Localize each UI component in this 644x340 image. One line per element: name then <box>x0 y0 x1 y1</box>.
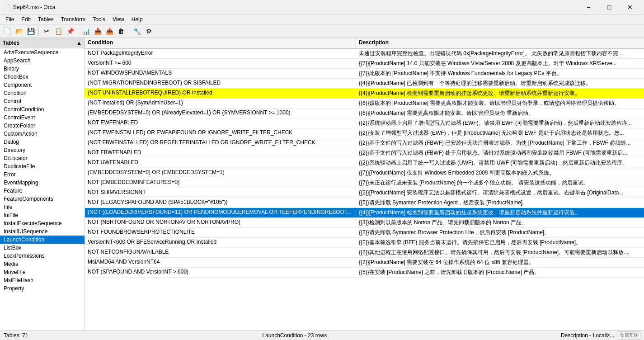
toolbar-paste[interactable]: 📌 <box>65 26 75 37</box>
sidebar-scroll-up[interactable]: ▲ <box>76 40 82 46</box>
cell-condition: VersionNT<600 OR BFEServiceRunning OR In… <box>85 238 356 247</box>
toolbar-extra2[interactable]: ⚙ <box>143 26 154 37</box>
window-title: Sep64.msi - Orca <box>13 4 55 10</box>
sidebar-item-controlcondition[interactable]: ControlCondition <box>0 105 85 113</box>
table-row[interactable]: MsiAMD64 AND VersionNT64{{2}}[ProductNam… <box>85 258 644 268</box>
table-row[interactable]: (NOT FBWFINSTALLED) OR REGFILTERINSTALLE… <box>85 138 644 148</box>
table-row[interactable]: (NOT UNINSTALLREBOTREQUIRED) OR Installe… <box>85 89 644 99</box>
menu-help[interactable]: Help <box>128 15 146 24</box>
sidebar-item-feature[interactable]: Feature <box>0 187 85 195</box>
sidebar-item-binary[interactable]: Binary <box>0 65 85 73</box>
table-row[interactable]: NOT FOUNDBROWSERPROTECTIONLITE{{2}}请先卸载 … <box>85 228 644 238</box>
sidebar-item-msifilehash[interactable]: MsiFileHash <box>0 276 85 284</box>
table-row[interactable]: NOT (EMBEDDEDMINFEATURES=0){{7}}未正在运行或未安… <box>85 178 644 188</box>
sidebar-item-customaction[interactable]: CustomAction <box>0 130 85 138</box>
toolbar-open[interactable]: 📂 <box>14 26 24 37</box>
sidebar-item-controlevent[interactable]: ControlEvent <box>0 113 85 122</box>
sidebar-item-appsearch[interactable]: AppSearch <box>0 57 85 65</box>
sidebar-item-inifile[interactable]: IniFile <box>0 211 85 219</box>
statusbar-rows: LaunchCondition - 23 rows <box>262 332 327 339</box>
table-row[interactable]: NOT (NBRTONFOUND OR NORTONAV OR NORTONAV… <box>85 218 644 228</box>
toolbar-tables[interactable]: 📊 <box>80 26 91 37</box>
cell-description: {{7}}[ProductName] 14.0 只能安装在 Windows Vi… <box>356 59 644 68</box>
table-row[interactable]: NOT (LEGACYSPAFOUND AND (SPA51BLOCK="#10… <box>85 198 644 208</box>
table-row[interactable]: NOT UWFENABLED{{2}}系统驱动器上启用了统一写入过滤器 (UWF… <box>85 158 644 168</box>
app-icon: 📄 <box>4 4 10 10</box>
sidebar: Tables ▲ AdvtExecuteSequence AppSearch B… <box>0 38 85 330</box>
table-row[interactable]: NOT PackageIntegrityError未通过安装程序完整性检查。出现… <box>85 49 644 59</box>
table-body[interactable]: NOT PackageIntegrityError未通过安装程序完整性检查。出现… <box>85 49 644 330</box>
sidebar-item-launchcondition[interactable]: LaunchCondition <box>0 236 85 244</box>
sidebar-item-directory[interactable]: Directory <box>0 146 85 154</box>
table-row[interactable]: VersionNT<600 OR BFEServiceRunning OR In… <box>85 238 644 248</box>
table-row[interactable]: (EMBEDDEDSYSTEM=0) OR (EMBEDDEDSYSTEM=1)… <box>85 168 644 178</box>
maximize-button[interactable]: □ <box>599 0 620 14</box>
table-row[interactable]: (NOT EWFINSTALLED) OR EWFAPIFOUND OR IGN… <box>85 128 644 138</box>
close-button[interactable]: ✕ <box>620 0 640 14</box>
column-header-condition: Condition <box>85 38 356 48</box>
table-row[interactable]: NOT FBWFENABLED{{2}}基于文件的写入过滤器 (FBWF) 处于… <box>85 148 644 158</box>
sidebar-item-checkbox[interactable]: CheckBox <box>0 73 85 81</box>
table-row[interactable]: NOT (SPAFOUND AND VersionNT > 600){{5}}在… <box>85 268 644 278</box>
table-row[interactable]: NOT WINDOWSFUNDAMENTALS{{7}}此版本的 [Produc… <box>85 69 644 79</box>
sidebar-item-condition[interactable]: Condition <box>0 89 85 97</box>
table-row[interactable]: (NOT Installed) OR (SymAdminUser=1){{6}}… <box>85 99 644 109</box>
column-header-description: Description <box>356 38 644 48</box>
sidebar-item-property[interactable]: Property <box>0 284 85 293</box>
table-row[interactable]: (NOT MIGRATIONPENDINGREBOOT) OR SISFAILE… <box>85 79 644 89</box>
table-row[interactable]: NOT EWFENABLED{{2}}系统驱动器上启用了增强型写入过滤器 (EW… <box>85 118 644 128</box>
sidebar-item-movefile[interactable]: MoveFile <box>0 268 85 276</box>
menu-transform[interactable]: Transform <box>57 15 89 24</box>
table-row[interactable]: VersionNT >= 600{{7}}[ProductName] 14.0 … <box>85 59 644 69</box>
statusbar: Tables: 71 LaunchCondition - 23 rows Des… <box>0 330 644 340</box>
sidebar-item-duplicatefile[interactable]: DuplicateFile <box>0 162 85 170</box>
sidebar-item-advtexecutesequence[interactable]: AdvtExecuteSequence <box>0 48 85 57</box>
sidebar-item-component[interactable]: Component <box>0 81 85 89</box>
toolbar-import[interactable]: 📥 <box>92 26 103 37</box>
table-row[interactable]: (EMBEDDEDSYSTEM=0) OR (AlreadyElevated=1… <box>85 109 644 118</box>
menu-tables[interactable]: Tables <box>34 15 57 24</box>
toolbar-copy[interactable]: 📋 <box>53 26 64 37</box>
titlebar-controls: − □ ✕ <box>578 0 640 14</box>
table-row[interactable]: (NOT ((LOADEDDRIVERSFOUND=11) OR PENDING… <box>85 208 644 218</box>
menu-view[interactable]: View <box>109 15 128 24</box>
sidebar-item-file[interactable]: File <box>0 203 85 211</box>
minimize-button[interactable]: − <box>578 0 599 14</box>
sidebar-item-installexecutesequence[interactable]: InstallExecuteSequence <box>0 219 85 227</box>
sidebar-item-installuisequence[interactable]: InstallUISequence <box>0 227 85 236</box>
menu-edit[interactable]: Edit <box>18 15 34 24</box>
menu-file[interactable]: File <box>2 15 18 24</box>
cell-description: {{2}}[ProductName] 安装程序无法以兼容模式运行。请清除兼容模式… <box>356 188 644 198</box>
sidebar-item-lockpermissions[interactable]: LockPermissions <box>0 252 85 260</box>
sidebar-item-eventmapping[interactable]: EventMapping <box>0 179 85 187</box>
cell-condition: NOT EWFENABLED <box>85 118 356 128</box>
sidebar-list[interactable]: AdvtExecuteSequence AppSearch Binary Che… <box>0 48 85 330</box>
content-area: Condition Description NOT PackageIntegri… <box>85 38 644 330</box>
sidebar-item-drlocator[interactable]: DrLocator <box>0 154 85 162</box>
sidebar-item-media[interactable]: Media <box>0 260 85 268</box>
sidebar-item-control[interactable]: Control <box>0 97 85 105</box>
toolbar-export[interactable]: 📤 <box>104 26 115 37</box>
cell-condition: NOT (SPAFOUND AND VersionNT > 600) <box>85 268 356 277</box>
menu-tools[interactable]: Tools <box>89 15 109 24</box>
sidebar-item-createfolder[interactable]: CreateFolder <box>0 122 85 130</box>
statusbar-tables: Tables: 71 <box>4 332 28 339</box>
toolbar-new[interactable]: 📄 <box>2 26 13 37</box>
toolbar-sep2 <box>78 27 78 36</box>
cell-description: {{2}}系统驱动器上启用了统一写入过滤器 (UWF)。请禁用 UWF (可能需… <box>356 158 644 168</box>
sidebar-item-error[interactable]: Error <box>0 170 85 179</box>
table-row[interactable]: NOT NETCONFIGUNAVAILABLE{{2}}其他进程正在使用网络配… <box>85 248 644 258</box>
toolbar-extra1[interactable]: 🔧 <box>132 26 142 37</box>
cell-condition: NOT UWFENABLED <box>85 158 356 168</box>
cell-description: {{2}}系统驱动器上启用了增强型写入过滤器 (EWF)。请禁用 EWF (可能… <box>356 118 644 128</box>
sidebar-item-dialog[interactable]: Dialog <box>0 138 85 146</box>
table-row[interactable]: NOT SHIMVERSIONNT{{2}}[ProductName] 安装程序… <box>85 188 644 198</box>
cell-description: {{2}}其他进程正在使用网络配置接口。请先确保其可用，然后再安装 [Produ… <box>356 248 644 257</box>
brand-logo: 创新互联 <box>618 331 640 340</box>
toolbar-save[interactable]: 💾 <box>25 26 36 37</box>
cell-condition: (NOT ((LOADEDDRIVERSFOUND=11) OR PENDING… <box>85 208 356 217</box>
sidebar-item-listbox[interactable]: ListBox <box>0 244 85 252</box>
sidebar-item-featurecomponents[interactable]: FeatureComponents <box>0 195 85 203</box>
toolbar-cut[interactable]: ✂ <box>41 26 52 37</box>
toolbar-delete[interactable]: 🗑 <box>116 26 127 37</box>
